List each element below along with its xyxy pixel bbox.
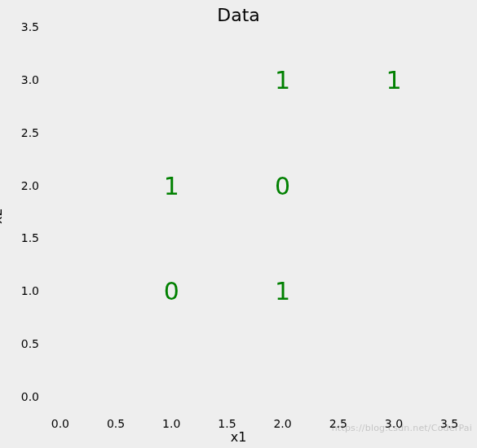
x-tick-label: 3.0 [385, 417, 403, 430]
y-tick-label: 3.0 [21, 73, 39, 86]
y-axis-label: x2 [0, 208, 5, 224]
x-tick-label: 2.5 [329, 417, 347, 430]
data-point-label: 1 [275, 277, 290, 305]
data-point-label: 1 [386, 65, 401, 94]
y-tick-label: 0.0 [21, 390, 39, 403]
axes-area [41, 8, 469, 415]
y-tick-label: 3.5 [21, 20, 39, 33]
data-point-label: 0 [275, 171, 290, 200]
x-tick-label: 0.5 [107, 417, 125, 430]
x-tick-label: 1.0 [162, 417, 180, 430]
x-tick-label: 1.5 [218, 417, 236, 430]
y-tick-label: 0.5 [21, 337, 39, 350]
data-point-label: 1 [275, 65, 290, 94]
x-tick-label: 2.0 [273, 417, 291, 430]
x-tick-label: 0.0 [51, 417, 69, 430]
figure: Data x1 x2 https://blog.csdn.net/CoderPa… [0, 0, 477, 448]
y-tick-label: 1.5 [21, 231, 39, 244]
y-tick-label: 2.0 [21, 179, 39, 192]
y-tick-label: 2.5 [21, 126, 39, 139]
y-tick-label: 1.0 [21, 284, 39, 297]
data-point-label: 0 [164, 277, 179, 305]
x-tick-label: 3.5 [440, 417, 458, 430]
data-point-label: 1 [164, 171, 179, 200]
